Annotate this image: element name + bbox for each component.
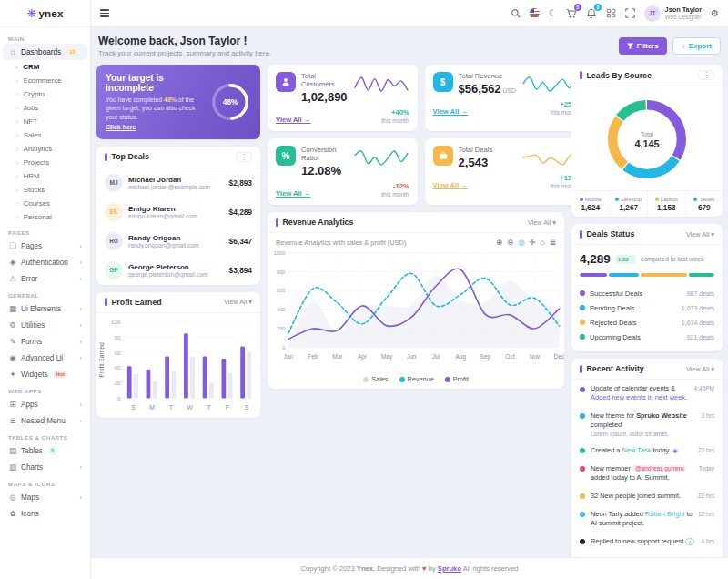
deal-list-item[interactable]: RORandy Origoanrandy.origoan@gmail.com$6… (96, 227, 260, 256)
view-all-dropdown[interactable]: View All ▾ (528, 218, 556, 227)
fullscreen-icon[interactable] (625, 8, 635, 18)
settings-gear-icon[interactable]: ⚙ (711, 8, 719, 18)
view-all-dropdown[interactable]: View All ▾ (686, 230, 714, 239)
sidebar-badge: Hot (54, 371, 67, 378)
view-all-link[interactable]: View All → (433, 181, 468, 189)
sidebar-section-label: PAGES (0, 224, 90, 238)
reset-zoom-icon[interactable]: ⌂ (541, 238, 545, 247)
more-icon[interactable]: ⋮ (698, 70, 714, 80)
view-all-link[interactable]: View All → (433, 107, 468, 116)
cart-icon[interactable]: 5 (566, 8, 577, 19)
column-left: Your target is incomplete You have compl… (96, 65, 260, 418)
chevron-down-icon: ▾ (248, 298, 252, 306)
sidebar-item-courses[interactable]: ○Courses (0, 197, 90, 210)
status-bar-segment (609, 273, 639, 277)
svg-text:F: F (226, 403, 230, 411)
nested-menu-icon: ≣ (8, 416, 17, 425)
avatar: EK (105, 203, 123, 221)
sidebar-item-utilities[interactable]: ⚙Utilities› (3, 317, 87, 333)
chevron-right-icon: › (79, 321, 82, 330)
sidebar-item-nft[interactable]: ○NFT (0, 115, 90, 128)
apps-grid-icon[interactable] (606, 8, 616, 18)
user-menu[interactable]: JT Json Taylor Web Designer (644, 5, 702, 22)
sidebar-item-projects[interactable]: ○Projects (0, 156, 90, 169)
pages-icon: ❏ (8, 241, 17, 250)
view-all-dropdown[interactable]: View All ▾ (224, 298, 252, 306)
sidebar-badge: 3 (48, 447, 56, 454)
stat-card-total-customers: Total Customers1,02,890View All →+40%thi… (268, 65, 418, 131)
deals-status-item: Upcoming Deals921 deals (580, 330, 714, 344)
svg-text:48%: 48% (223, 98, 238, 107)
target-title: Your target is incomplete (106, 73, 204, 93)
sidebar-item-hrm[interactable]: ○HRM (0, 169, 90, 183)
sidebar-item-widgets[interactable]: ✦WidgetsHot (3, 366, 87, 382)
activity-item: Neon Tarly added Robert Bright to AI sum… (571, 505, 723, 533)
sidebar-section-label: TABLES & CHARTS (0, 429, 90, 442)
language-flag-icon[interactable] (530, 8, 540, 18)
sidebar-item-analytics[interactable]: ○Analytics (0, 142, 90, 156)
sidebar-item-tables[interactable]: ▤Tables3 (3, 442, 87, 459)
svg-text:Dec: Dec (554, 353, 564, 360)
sidebar-item-icons[interactable]: ✿Icons (3, 505, 87, 522)
deals-status-list: Successful Deals987 dealsPending Deals1,… (580, 286, 714, 344)
card-title: Deals Status (580, 229, 634, 239)
deal-list-item[interactable]: GPGeorge Pietersongeorge.pieterson@gmail… (96, 256, 260, 285)
users-icon (276, 72, 296, 92)
status-bar-segment (641, 273, 687, 277)
filters-button[interactable]: Filters (619, 37, 667, 55)
brand-logo[interactable]: ❋ ynex (0, 0, 90, 27)
sidebar-item-jobs[interactable]: ○Jobs (0, 101, 90, 115)
notifications-icon[interactable]: 3 (586, 8, 597, 19)
briefcase-icon (433, 146, 453, 166)
sidebar-item-authentication[interactable]: ◈Authentication› (3, 254, 87, 270)
sidebar-item-ui-elements[interactable]: ▦Ui Elements› (3, 300, 87, 317)
sidebar-item-dashboards[interactable]: ⌂Dashboards12 (3, 44, 87, 60)
advanced-ui-icon: ◉ (8, 353, 17, 362)
sidebar-item-nested-menu[interactable]: ≣Nested Menu› (3, 412, 87, 429)
sidebar-item-personal[interactable]: ○Personal (0, 210, 90, 224)
more-icon[interactable]: ⋮ (236, 152, 252, 162)
view-all-link[interactable]: View All → (276, 116, 310, 124)
pan-icon[interactable]: ✛ (530, 238, 536, 247)
content: Welcome back, Json Taylor ! Track your c… (91, 27, 728, 557)
sidebar-item-stocks[interactable]: ○Stocks (0, 183, 90, 197)
card-title: Recent Activity (580, 364, 644, 373)
sidebar-item-apps[interactable]: ⊞Apps› (3, 396, 87, 412)
svg-text:Feb: Feb (308, 353, 318, 360)
top-deals-card: Top Deals ⋮ MJMichael Jordanmichael.jord… (96, 147, 260, 285)
deal-list-item[interactable]: MJMichael Jordanmichael.jordan@example.c… (96, 168, 260, 198)
leads-legend: Mobile1,624Desktop1,267Laptop1,153Tablet… (571, 190, 723, 217)
sidebar-item-advanced-ui[interactable]: ◉Advanced Ui› (3, 350, 87, 366)
leads-legend-item: Desktop1,267 (610, 191, 648, 217)
sidebar-item-sales[interactable]: ○Sales (0, 128, 90, 142)
click-here-link[interactable]: Click here (106, 124, 136, 130)
sidebar-item-crm[interactable]: –CRM (0, 60, 90, 74)
chevron-right-icon: › (79, 338, 82, 346)
chevron-right-icon: › (79, 463, 82, 472)
search-icon[interactable] (511, 8, 521, 18)
topbar: ☾ 5 3 JT Json Taylor (91, 0, 728, 27)
sidebar-item-ecommerce[interactable]: ○Ecommerce (0, 74, 90, 87)
chart-menu-icon[interactable]: ≣ (550, 238, 556, 247)
zoom-out-icon[interactable]: ⊖ (507, 238, 513, 247)
column-right: Leads By Source ⋮ Total4,145 Mobile1,624… (571, 65, 723, 557)
zoom-in-icon[interactable]: ⊕ (496, 238, 502, 247)
sidebar-item-charts[interactable]: ▥Charts› (3, 459, 87, 475)
dark-mode-icon[interactable]: ☾ (549, 8, 557, 18)
sidebar-item-pages[interactable]: ❏Pages› (3, 238, 87, 254)
stat-card-total-deals: Total Deals2,543View All →+19%this month (425, 138, 586, 205)
selection-zoom-icon[interactable]: ◎ (518, 238, 524, 247)
status-bar-segment (580, 273, 607, 277)
export-button[interactable]: ↓ Export (672, 37, 721, 55)
view-all-dropdown[interactable]: View All ▾ (686, 365, 714, 373)
svg-text:0: 0 (282, 345, 285, 350)
view-all-link[interactable]: View All → (276, 189, 310, 198)
menu-toggle-icon[interactable] (100, 9, 109, 16)
sidebar-item-error[interactable]: ⚠Error› (3, 270, 87, 287)
sidebar-item-forms[interactable]: ✎Forms› (3, 333, 87, 350)
sidebar-item-crypto[interactable]: ○Crypto (0, 87, 90, 101)
svg-text:Mar: Mar (332, 353, 343, 360)
utilities-icon: ⚙ (8, 320, 17, 330)
sidebar-item-maps[interactable]: ◎Maps› (3, 489, 87, 505)
deal-list-item[interactable]: EKEmigo Kiarenemigo.kiaren@gmail.com$4,2… (96, 198, 260, 227)
